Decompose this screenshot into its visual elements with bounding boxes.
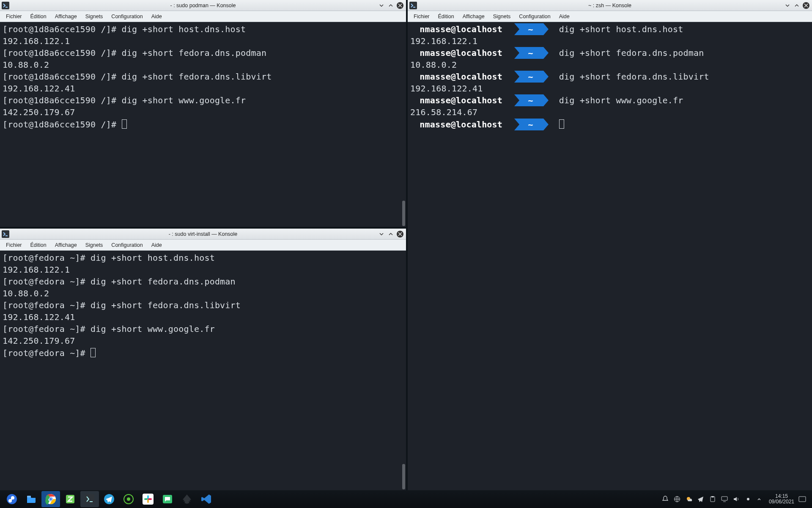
taskbar-vscode[interactable] <box>197 491 216 507</box>
menu-settings[interactable]: Configuration <box>108 241 146 249</box>
maximize-button[interactable] <box>793 2 800 9</box>
menubar: Fichier Édition Affichage Signets Config… <box>408 11 812 22</box>
taskbar-file-manager[interactable] <box>22 491 41 507</box>
scrollbar[interactable] <box>402 464 405 489</box>
menu-file[interactable]: Fichier <box>3 241 25 249</box>
taskbar-konsole[interactable] <box>80 491 99 507</box>
taskbar-inkscape[interactable] <box>178 491 196 507</box>
minimize-button[interactable] <box>784 2 791 9</box>
taskbar-slack[interactable] <box>139 491 157 507</box>
volume-icon[interactable] <box>732 495 740 503</box>
konsole-icon <box>2 2 9 9</box>
terminal-output[interactable]: nmasse@localhost ~ dig +short host.dns.h… <box>408 22 812 490</box>
updates-icon[interactable] <box>744 495 752 503</box>
window-title: - : sudo virt-install — Konsole <box>0 231 406 237</box>
menu-bookmarks[interactable]: Signets <box>490 12 514 21</box>
window-title: ~ : zsh — Konsole <box>408 3 812 8</box>
terminal-output[interactable]: [root@1d8a6cce1590 /]# dig +short host.d… <box>0 22 406 227</box>
clock-date: 09/06/2021 <box>769 499 794 505</box>
weather-icon[interactable] <box>685 495 693 503</box>
taskbar-telegram[interactable] <box>100 491 118 507</box>
telegram-tray-icon[interactable] <box>697 495 705 503</box>
taskbar-fedora-menu[interactable] <box>3 491 21 507</box>
menu-bookmarks[interactable]: Signets <box>82 12 107 21</box>
menu-help[interactable]: Aide <box>556 12 573 21</box>
tray-expand-icon[interactable] <box>757 497 765 501</box>
menu-edit[interactable]: Édition <box>27 241 50 249</box>
clock[interactable]: 14:15 09/06/2021 <box>769 494 794 505</box>
terminal-output[interactable]: [root@fedora ~]# dig +short host.dns.hos… <box>0 251 406 490</box>
svg-rect-1 <box>27 496 31 497</box>
konsole-icon <box>2 230 9 238</box>
close-button[interactable] <box>397 231 403 237</box>
svg-point-5 <box>49 498 52 500</box>
taskbar-spotify-alt[interactable] <box>119 491 138 507</box>
menu-bookmarks[interactable]: Signets <box>82 241 107 249</box>
menu-settings[interactable]: Configuration <box>516 12 554 21</box>
clipboard-icon[interactable] <box>709 495 716 503</box>
system-tray <box>661 495 755 503</box>
menu-view[interactable]: Affichage <box>52 12 80 21</box>
svg-point-10 <box>127 497 130 501</box>
window-title: - : sudo podman — Konsole <box>0 3 406 8</box>
menu-view[interactable]: Affichage <box>52 241 80 249</box>
maximize-button[interactable] <box>387 2 394 9</box>
titlebar[interactable]: - : sudo podman — Konsole <box>0 0 406 11</box>
show-desktop-button[interactable] <box>798 496 809 502</box>
menu-view[interactable]: Affichage <box>459 12 488 21</box>
menu-edit[interactable]: Édition <box>27 12 50 21</box>
taskbar-chrome[interactable] <box>41 491 60 507</box>
svg-rect-23 <box>799 497 806 502</box>
close-button[interactable] <box>397 2 403 9</box>
taskbar-chat[interactable] <box>158 491 177 507</box>
maximize-button[interactable] <box>387 231 394 237</box>
display-icon[interactable] <box>721 495 728 503</box>
menu-edit[interactable]: Édition <box>435 12 458 21</box>
scrollbar[interactable] <box>402 201 405 226</box>
menu-help[interactable]: Aide <box>148 241 165 249</box>
window-konsole-zsh: ~ : zsh — Konsole Fichier Édition Affich… <box>408 0 812 490</box>
svg-rect-21 <box>721 497 727 500</box>
taskbar: 14:15 09/06/2021 <box>0 490 812 508</box>
notifications-icon[interactable] <box>661 495 669 503</box>
titlebar[interactable]: - : sudo virt-install — Konsole <box>0 229 406 240</box>
svg-rect-7 <box>85 494 94 504</box>
titlebar[interactable]: ~ : zsh — Konsole <box>408 0 812 11</box>
menu-help[interactable]: Aide <box>148 12 165 21</box>
window-konsole-podman: - : sudo podman — Konsole Fichier Éditio… <box>0 0 406 227</box>
menu-settings[interactable]: Configuration <box>108 12 146 21</box>
minimize-button[interactable] <box>378 231 385 237</box>
svg-rect-15 <box>148 498 152 500</box>
konsole-icon <box>409 2 417 9</box>
menubar: Fichier Édition Affichage Signets Config… <box>0 240 406 251</box>
menu-file[interactable]: Fichier <box>410 12 433 21</box>
menu-file[interactable]: Fichier <box>3 12 25 21</box>
minimize-button[interactable] <box>378 2 385 9</box>
menubar: Fichier Édition Affichage Signets Config… <box>0 11 406 22</box>
svg-point-22 <box>747 498 749 500</box>
taskbar-zim[interactable] <box>61 491 80 507</box>
network-icon[interactable] <box>673 495 681 503</box>
close-button[interactable] <box>803 2 809 9</box>
svg-rect-20 <box>711 496 714 497</box>
window-konsole-virt-install: - : sudo virt-install — Konsole Fichier … <box>0 229 406 490</box>
